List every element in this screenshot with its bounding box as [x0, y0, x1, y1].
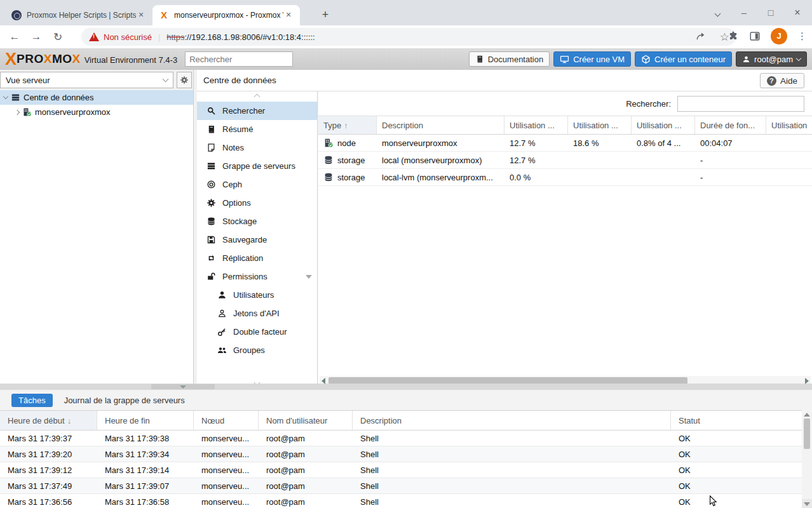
- side-panel-icon[interactable]: [749, 30, 761, 42]
- column-header[interactable]: Utilisation ...: [504, 116, 568, 134]
- helper-scripts-favicon: [11, 10, 22, 20]
- panel-title-bar: Centre de données ? Aide: [197, 70, 812, 91]
- tree-settings-button[interactable]: [177, 72, 192, 88]
- menu-item-icon: [206, 253, 216, 263]
- menu-item[interactable]: Double facteur: [197, 323, 317, 341]
- splitter-handle[interactable]: [151, 384, 215, 389]
- tab-tasks[interactable]: Tâches: [11, 394, 53, 407]
- column-header[interactable]: Statut: [671, 411, 812, 430]
- browser-tab-helper-scripts[interactable]: Proxmox Helper Scripts | Scripts f ×: [5, 5, 152, 25]
- insecure-label[interactable]: Non sécurisé: [104, 32, 152, 42]
- menu-scroll-up[interactable]: [197, 91, 317, 102]
- tab-close-icon[interactable]: ×: [136, 10, 146, 20]
- task-row[interactable]: Mars 31 17:39:20 Mars 31 17:39:34 monser…: [0, 446, 812, 462]
- task-row[interactable]: Mars 31 17:37:49 Mars 31 17:39:07 monser…: [0, 478, 812, 494]
- scrollbar-thumb[interactable]: [804, 418, 810, 449]
- create-container-button[interactable]: Créer un conteneur: [635, 51, 732, 67]
- browser-tab-proxmox[interactable]: X monserveurproxmox - Proxmox V ×: [152, 5, 300, 25]
- menu-item[interactable]: Stockage: [197, 212, 317, 231]
- column-header[interactable]: Durée de fon...: [695, 116, 766, 134]
- menu-item[interactable]: Groupes: [197, 341, 317, 359]
- profile-avatar[interactable]: J: [771, 28, 787, 44]
- task-row[interactable]: Mars 31 17:36:56 Mars 31 17:36:58 monser…: [0, 494, 812, 508]
- column-header[interactable]: Utilisation ...: [568, 116, 632, 134]
- column-header[interactable]: Utilisation ...: [632, 116, 695, 134]
- menu-item[interactable]: Permissions: [197, 267, 317, 286]
- menu-item[interactable]: Notes: [197, 138, 317, 157]
- menu-item[interactable]: Réplication: [197, 249, 317, 267]
- tab-close-icon[interactable]: ×: [283, 10, 294, 20]
- menu-item[interactable]: Rechercher: [197, 102, 317, 120]
- resource-search-input[interactable]: [677, 96, 804, 112]
- view-mode-select[interactable]: Vue serveur: [0, 72, 173, 88]
- menu-item[interactable]: Utilisateurs: [197, 286, 317, 304]
- window-chevron-icon[interactable]: [704, 8, 731, 18]
- menu-item[interactable]: Sauvegarde: [197, 231, 317, 249]
- menu-item[interactable]: Grappe de serveurs: [197, 157, 317, 175]
- column-header[interactable]: Utilisation: [766, 116, 812, 134]
- new-tab-button[interactable]: +: [316, 6, 334, 24]
- task-table-body: Mars 31 17:39:37 Mars 31 17:39:38 monser…: [0, 431, 812, 508]
- address-bar[interactable]: Non sécurisé | https://192.168.1.98:8006…: [81, 28, 736, 46]
- bottom-tab-bar: Tâches Journal de la grappe de serveurs: [0, 390, 812, 411]
- extensions-puzzle-icon[interactable]: [727, 30, 739, 42]
- task-row[interactable]: Mars 31 17:39:37 Mars 31 17:39:38 monser…: [0, 431, 812, 446]
- resource-table-header: Type↑ Description Utilisation ... Utilis…: [318, 116, 812, 135]
- menu-item-label: Options: [222, 198, 251, 208]
- menu-item-label: Stockage: [222, 217, 257, 226]
- toolbar-right-icons: J ⋮: [727, 28, 807, 44]
- column-header[interactable]: Nom d'utilisateur: [259, 411, 353, 430]
- expand-chevron-icon[interactable]: [15, 109, 20, 114]
- menu-item[interactable]: Résumé: [197, 120, 317, 138]
- window-minimize-button[interactable]: –: [731, 8, 757, 18]
- documentation-button[interactable]: Documentation: [469, 51, 550, 67]
- mouse-cursor: [707, 494, 720, 508]
- column-header[interactable]: Description: [353, 411, 671, 430]
- insecure-warning-icon[interactable]: [89, 32, 99, 41]
- vertical-scrollbar[interactable]: [802, 410, 812, 508]
- back-icon[interactable]: ←: [4, 30, 25, 43]
- table-row[interactable]: node monserveurproxmox 12.7 % 18.6 % 0.8…: [318, 135, 812, 152]
- column-header[interactable]: Heure de début↓: [0, 411, 97, 430]
- user-menu-button[interactable]: root@pam: [736, 51, 807, 67]
- menu-item[interactable]: Options: [197, 194, 317, 212]
- chevron-down-icon: [163, 76, 169, 83]
- help-button[interactable]: ? Aide: [760, 73, 804, 88]
- column-header[interactable]: Heure de fin: [97, 411, 194, 430]
- menu-item-label: Grappe de serveurs: [222, 161, 295, 171]
- tab-cluster-log[interactable]: Journal de la grappe de serveurs: [64, 396, 185, 405]
- table-row[interactable]: storage local-lvm (monserveurproxm... 0.…: [318, 169, 812, 186]
- column-header[interactable]: Nœud: [194, 411, 259, 430]
- menu-item-icon: [217, 345, 227, 355]
- scroll-right-icon[interactable]: [805, 378, 809, 384]
- task-row[interactable]: Mars 31 17:39:12 Mars 31 17:39:14 monser…: [0, 462, 812, 478]
- forward-icon[interactable]: →: [25, 30, 47, 43]
- cube-icon: [641, 55, 651, 64]
- window-close-button[interactable]: ×: [784, 7, 811, 18]
- tree-item-datacenter[interactable]: Centre de données: [0, 90, 193, 105]
- browser-menu-icon[interactable]: ⋮: [797, 30, 807, 42]
- page-title: Centre de données: [203, 76, 276, 85]
- panel-splitter[interactable]: [0, 384, 812, 390]
- window-maximize-button[interactable]: □: [757, 8, 784, 18]
- menu-item-label: Groupes: [233, 345, 265, 355]
- menu-item[interactable]: Jetons d'API: [197, 304, 317, 323]
- column-header[interactable]: Description: [377, 116, 504, 134]
- menu-item[interactable]: Ceph: [197, 175, 317, 194]
- column-header[interactable]: Type↑: [318, 116, 377, 134]
- tree-item-node[interactable]: monserveurproxmox: [0, 105, 193, 119]
- collapse-chevron-icon[interactable]: [3, 94, 8, 99]
- menu-item-label: Sauvegarde: [222, 235, 267, 244]
- menu-item-label: Notes: [222, 143, 244, 152]
- create-vm-button[interactable]: Créer une VM: [553, 51, 631, 67]
- scroll-left-icon[interactable]: [321, 378, 325, 384]
- share-icon[interactable]: [695, 30, 706, 41]
- tree-item-label: monserveurproxmox: [35, 107, 111, 117]
- reload-icon[interactable]: ↻: [47, 30, 69, 44]
- scroll-down-icon[interactable]: [802, 499, 812, 508]
- global-search-input[interactable]: [185, 51, 293, 67]
- scroll-up-icon[interactable]: [804, 413, 810, 417]
- table-row[interactable]: storage local (monserveurproxmox) 12.7 %…: [318, 152, 812, 169]
- menu-item-icon: [217, 309, 227, 318]
- proxmox-favicon: X: [159, 10, 169, 20]
